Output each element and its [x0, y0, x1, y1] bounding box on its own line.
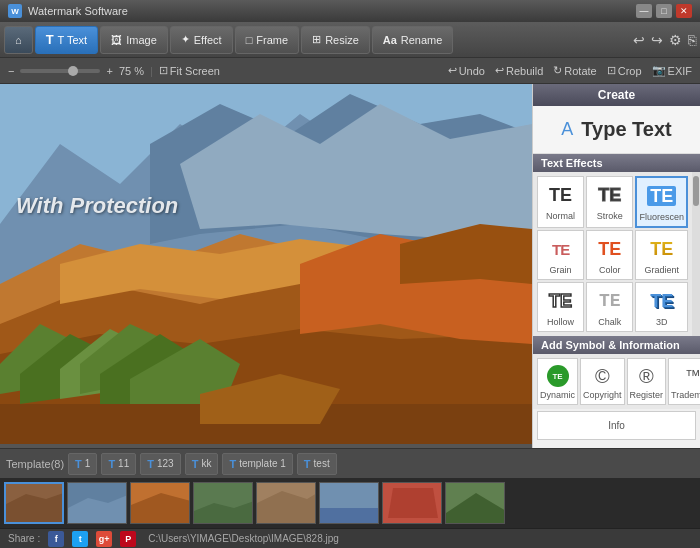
- home-button[interactable]: ⌂: [4, 26, 33, 54]
- file-path: C:\Users\YIMAGE\Desktop\IMAGE\828.jpg: [148, 533, 339, 544]
- exif-button[interactable]: 📷 EXIF: [652, 64, 692, 77]
- symbol-copyright-label: Copyright: [583, 390, 622, 400]
- frame-button[interactable]: □ Frame: [235, 26, 299, 54]
- thumbnail-7[interactable]: [445, 482, 505, 524]
- thumbnail-strip: [0, 478, 700, 528]
- effect-grain-label: Grain: [550, 265, 572, 275]
- template-item-11[interactable]: T 11: [101, 453, 136, 475]
- main-area: With Protection Create A Type Text Text …: [0, 84, 700, 448]
- effect-chalk[interactable]: TE Chalk: [586, 282, 633, 332]
- share-facebook-button[interactable]: f: [48, 531, 64, 547]
- thumbnail-6[interactable]: [382, 482, 442, 524]
- effect-3d-label: 3D: [656, 317, 668, 327]
- symbol-copyright[interactable]: © Copyright: [580, 358, 625, 405]
- thumbnail-1[interactable]: [67, 482, 127, 524]
- settings-toolbar-button[interactable]: ⚙: [669, 32, 682, 48]
- template-item-template1[interactable]: T template 1: [222, 453, 292, 475]
- thumbnail-4[interactable]: [256, 482, 316, 524]
- rename-button[interactable]: Aa Rename: [372, 26, 454, 54]
- effect-fluorescent-label: Fluorescen: [639, 212, 684, 222]
- info-label: Info: [540, 416, 693, 435]
- share-twitter-button[interactable]: t: [72, 531, 88, 547]
- effect-gradient[interactable]: TE Gradient: [635, 230, 688, 280]
- right-panel: Create A Type Text Text Effects TE Norma…: [532, 84, 700, 448]
- effect-chalk-preview: TE: [599, 287, 621, 315]
- share-googleplus-button[interactable]: g+: [96, 531, 112, 547]
- exif-icon: 📷: [652, 64, 666, 77]
- share-toolbar-button[interactable]: ⎘: [688, 32, 696, 48]
- thumbnail-3[interactable]: [193, 482, 253, 524]
- info-button[interactable]: Info: [537, 411, 696, 440]
- symbol-dynamic-label: Dynamic: [540, 390, 575, 400]
- zoom-thumb[interactable]: [68, 66, 78, 76]
- effect-gradient-preview: TE: [650, 235, 673, 263]
- minimize-button[interactable]: —: [636, 4, 652, 18]
- effect-fluorescent-preview: TE: [647, 182, 676, 210]
- thumbnail-5[interactable]: [319, 482, 379, 524]
- type-text-label: Type Text: [581, 118, 671, 141]
- create-section-title: Create: [533, 84, 700, 106]
- symbol-trademark[interactable]: ™ Trademark: [668, 358, 700, 405]
- zoom-plus-icon[interactable]: +: [106, 65, 112, 77]
- rotate-icon: ↻: [553, 64, 562, 77]
- symbol-dynamic[interactable]: TE Dynamic: [537, 358, 578, 405]
- symbol-register-preview: ®: [639, 363, 654, 389]
- text-button[interactable]: T T Text: [35, 26, 99, 54]
- symbol-register[interactable]: ® Register: [627, 358, 667, 405]
- frame-icon: □: [246, 34, 253, 46]
- share-pinterest-button[interactable]: P: [120, 531, 136, 547]
- effect-fluorescent[interactable]: TE Fluorescen: [635, 176, 688, 228]
- image-button[interactable]: 🖼 Image: [100, 26, 168, 54]
- fit-screen-button[interactable]: ⊡ Fit Screen: [159, 64, 220, 77]
- effect-grain[interactable]: TE Grain: [537, 230, 584, 280]
- effects-scrollbar[interactable]: [692, 172, 700, 336]
- svg-rect-29: [320, 508, 379, 524]
- watermark-text: With Protection: [16, 193, 178, 219]
- add-symbol-title: Add Symbol & Information: [533, 336, 700, 354]
- effect-icon: ✦: [181, 33, 190, 46]
- template-item-kk[interactable]: T kk: [185, 453, 219, 475]
- symbol-copyright-preview: ©: [595, 363, 610, 389]
- rebuild-button[interactable]: ↩ Rebuild: [495, 64, 543, 77]
- redo-toolbar-button[interactable]: ↪: [651, 32, 663, 48]
- effect-button[interactable]: ✦ Effect: [170, 26, 233, 54]
- thumbnail-0[interactable]: [4, 482, 64, 524]
- effect-color-label: Color: [599, 265, 621, 275]
- app-icon: W: [8, 4, 22, 18]
- maximize-button[interactable]: □: [656, 4, 672, 18]
- svg-marker-31: [388, 488, 438, 518]
- symbol-dynamic-preview: TE: [547, 363, 569, 389]
- canvas-area[interactable]: With Protection: [0, 84, 532, 448]
- zoom-minus-icon[interactable]: −: [8, 65, 14, 77]
- resize-button[interactable]: ⊞ Resize: [301, 26, 370, 54]
- effect-hollow-label: Hollow: [547, 317, 574, 327]
- effect-3d[interactable]: TE 3D: [635, 282, 688, 332]
- action-row: 💾 ▶ Run: [533, 442, 700, 448]
- crop-button[interactable]: ⊡ Crop: [607, 64, 642, 77]
- type-text-button[interactable]: A Type Text: [533, 106, 700, 154]
- rotate-button[interactable]: ↻ Rotate: [553, 64, 596, 77]
- zoom-slider[interactable]: [20, 69, 100, 73]
- scrollbar-thumb[interactable]: [693, 176, 699, 206]
- effect-stroke-label: Stroke: [597, 211, 623, 221]
- undo-icon: ↩: [448, 64, 457, 77]
- template-item-test[interactable]: T test: [297, 453, 337, 475]
- template-item-123[interactable]: T 123: [140, 453, 180, 475]
- text-icon: T: [46, 32, 54, 47]
- app-title: Watermark Software: [28, 5, 128, 17]
- thumbnail-2[interactable]: [130, 482, 190, 524]
- effect-normal[interactable]: TE Normal: [537, 176, 584, 228]
- effect-stroke-preview: TE: [598, 181, 621, 209]
- effect-hollow[interactable]: TE Hollow: [537, 282, 584, 332]
- zoombar: − + 75 % | ⊡ Fit Screen ↩ Undo ↩ Rebuild…: [0, 58, 700, 84]
- undo-toolbar-button[interactable]: ↩: [633, 32, 645, 48]
- effects-grid: TE Normal TE Stroke TE Fluorescen T: [533, 172, 692, 336]
- undo-button[interactable]: ↩ Undo: [448, 64, 485, 77]
- close-button[interactable]: ✕: [676, 4, 692, 18]
- image-icon: 🖼: [111, 34, 122, 46]
- effect-color-preview: TE: [598, 235, 621, 263]
- template-item-1[interactable]: T 1: [68, 453, 97, 475]
- effect-stroke[interactable]: TE Stroke: [586, 176, 633, 228]
- effect-gradient-label: Gradient: [644, 265, 679, 275]
- effect-color[interactable]: TE Color: [586, 230, 633, 280]
